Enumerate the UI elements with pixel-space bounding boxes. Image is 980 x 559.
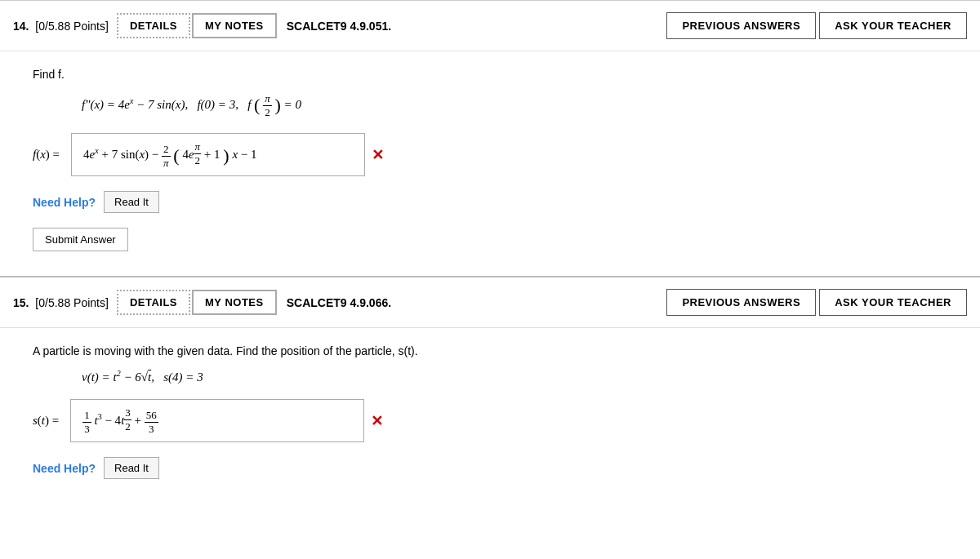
prev-answers-button-15[interactable]: PREVIOUS ANSWERS <box>666 289 816 316</box>
details-button-15[interactable]: DETAILS <box>117 290 190 315</box>
wrong-mark-14: ✕ <box>372 146 384 164</box>
question-14-number: 14. [0/5.88 Points] <box>13 20 109 33</box>
question-15-number: 15. [0/5.88 Points] <box>13 296 109 309</box>
need-help-row-15: Need Help? Read It <box>33 457 947 479</box>
ask-teacher-button-14[interactable]: ASK YOUR TEACHER <box>819 12 967 39</box>
submit-answer-button-14[interactable]: Submit Answer <box>33 228 128 251</box>
question-15-instruction: A particle is moving with the given data… <box>33 344 947 357</box>
question-14-answer-row: f(x) = 4ex + 7 sin(x) − 2 π ( 4eπ2 + 1 )… <box>33 133 947 176</box>
wrong-mark-15: ✕ <box>371 412 383 430</box>
page: 14. [0/5.88 Points] DETAILS MY NOTES SCA… <box>0 0 980 559</box>
question-14-given: f″(x) = 4ex − 7 sin(x), f(0) = 3, f ( π … <box>82 92 947 118</box>
scalcet-label-15: SCALCET9 4.9.066. <box>287 296 391 309</box>
question-15-header: 15. [0/5.88 Points] DETAILS MY NOTES SCA… <box>0 277 980 328</box>
question-14-instruction: Find f. <box>33 68 947 81</box>
scalcet-label-14: SCALCET9 4.9.051. <box>287 20 391 33</box>
question-14-body: Find f. f″(x) = 4ex − 7 sin(x), f(0) = 3… <box>0 51 980 271</box>
question-14-answer-label: f(x) = <box>33 148 60 162</box>
question-14-answer-box[interactable]: 4ex + 7 sin(x) − 2 π ( 4eπ2 + 1 ) x − 1 <box>71 133 365 176</box>
ask-teacher-button-15[interactable]: ASK YOUR TEACHER <box>819 289 967 316</box>
question-15-answer-box[interactable]: 1 3 t3 − 4t32 + 56 3 <box>70 399 364 442</box>
details-button-14[interactable]: DETAILS <box>117 13 190 38</box>
mynotes-button-14[interactable]: MY NOTES <box>192 13 277 38</box>
need-help-label-14: Need Help? <box>33 196 96 209</box>
question-15-answer-row: s(t) = 1 3 t3 − 4t32 + 56 3 ✕ <box>33 399 947 442</box>
mynotes-button-15[interactable]: MY NOTES <box>192 290 277 315</box>
need-help-label-15: Need Help? <box>33 462 96 475</box>
question-15-body: A particle is moving with the given data… <box>0 328 980 513</box>
question-14-block: 14. [0/5.88 Points] DETAILS MY NOTES SCA… <box>0 0 980 271</box>
read-it-button-14[interactable]: Read It <box>104 191 159 213</box>
question-15-answer-label: s(t) = <box>33 414 59 428</box>
read-it-button-15[interactable]: Read It <box>104 457 159 479</box>
question-14-header: 14. [0/5.88 Points] DETAILS MY NOTES SCA… <box>0 1 980 51</box>
prev-answers-button-14[interactable]: PREVIOUS ANSWERS <box>666 12 816 39</box>
question-15-given: v(t) = t2 − 6√t, s(4) = 3 <box>82 369 947 384</box>
question-15-block: 15. [0/5.88 Points] DETAILS MY NOTES SCA… <box>0 276 980 513</box>
need-help-row-14: Need Help? Read It <box>33 191 947 213</box>
